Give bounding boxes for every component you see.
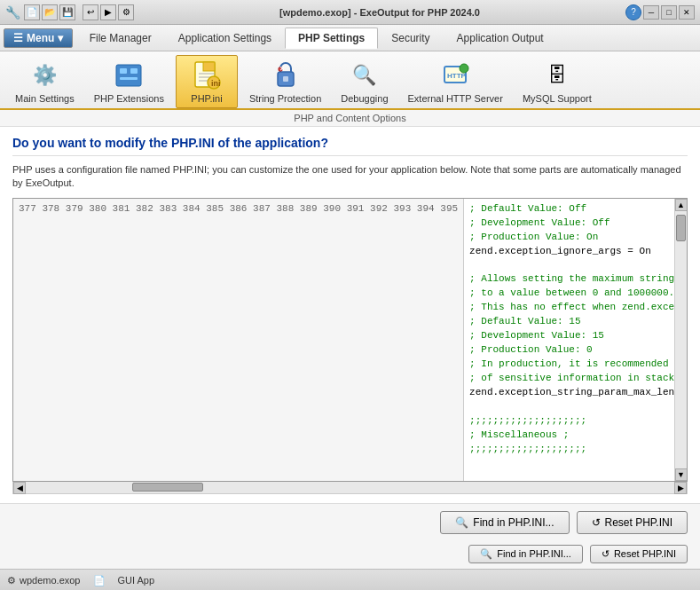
bottom-buttons-secondary: 🔍 Find in PHP.INI... ↺ Reset PHP.INI — [0, 541, 700, 569]
main-settings-label: Main Settings — [15, 93, 75, 104]
tab-php-settings[interactable]: PHP Settings — [285, 28, 378, 49]
ribbon-php-ini[interactable]: ini PHP.ini — [176, 55, 238, 108]
php-extensions-label: PHP Extensions — [94, 93, 164, 104]
scroll-thumb[interactable] — [676, 215, 686, 241]
tab-application-output[interactable]: Application Output — [444, 28, 557, 49]
menu-icon: ☰ — [13, 32, 23, 44]
scroll-track[interactable] — [675, 211, 687, 468]
bottom-buttons: 🔍 Find in PHP.INI... ↺ Reset PHP.INI — [0, 503, 700, 541]
external-http-label: External HTTP Server — [408, 93, 503, 104]
main-settings-icon: ⚙️ — [28, 59, 60, 91]
title-bar: 🔧 📄 📂 💾 ↩ ▶ ⚙ [wpdemo.exop] - ExeOutput … — [0, 0, 700, 25]
toolbar-icon-save[interactable]: 💾 — [59, 4, 75, 20]
svg-rect-5 — [203, 62, 215, 71]
vertical-scrollbar[interactable]: ▲ ▼ — [674, 199, 687, 481]
ribbon-string-protection[interactable]: ✕ String Protection — [241, 55, 329, 108]
tab-security[interactable]: Security — [378, 28, 443, 49]
toolbar-icon-new[interactable]: 📄 — [24, 4, 40, 20]
page-heading: Do you want to modify the PHP.INI of the… — [12, 136, 688, 156]
mysql-support-icon: 🗄 — [541, 59, 573, 91]
ribbon: ⚙️ Main Settings PHP Extensions ini — [0, 51, 700, 110]
mysql-support-label: MySQL Support — [523, 93, 592, 104]
php-extensions-icon — [113, 59, 145, 91]
debugging-label: Debugging — [341, 93, 388, 104]
minimize-button[interactable]: ─ — [643, 5, 659, 20]
svg-rect-3 — [120, 77, 138, 80]
svg-point-17 — [460, 64, 468, 73]
hscroll-right-arrow[interactable]: ▶ — [674, 482, 687, 494]
ribbon-php-extensions[interactable]: PHP Extensions — [86, 55, 172, 108]
window-controls: ? ─ □ ✕ — [625, 4, 695, 20]
reset-phpini-button[interactable]: ↺ Reset PHP.INI — [577, 511, 688, 534]
reset-phpini-button2[interactable]: ↺ Reset PHP.INI — [590, 545, 688, 563]
string-protection-label: String Protection — [249, 93, 321, 104]
close-button[interactable]: ✕ — [679, 5, 695, 20]
status-bar: ⚙ wpdemo.exop 📄 GUI App — [0, 569, 700, 590]
hscroll-thumb[interactable] — [132, 483, 203, 492]
reset-icon: ↺ — [592, 516, 601, 529]
title-text-icons: 📄 📂 💾 ↩ ▶ ⚙ — [24, 4, 134, 20]
find-in-phpini-button[interactable]: 🔍 Find in PHP.INI... — [440, 511, 569, 534]
hscroll-track[interactable] — [26, 482, 674, 493]
reset-icon2: ↺ — [602, 548, 610, 560]
ribbon-external-http[interactable]: HTTP External HTTP Server — [400, 55, 511, 108]
svg-text:ini: ini — [211, 79, 221, 88]
scroll-up-arrow[interactable]: ▲ — [675, 199, 688, 211]
ribbon-debugging[interactable]: 🔍 Debugging — [333, 55, 396, 108]
php-ini-editor[interactable]: 377 378 379 380 381 382 383 384 385 386 … — [12, 198, 688, 482]
status-app-type: GUI App — [118, 575, 155, 586]
scroll-down-arrow[interactable]: ▼ — [675, 468, 688, 481]
file-icon: 📄 — [93, 575, 106, 586]
ribbon-main-settings[interactable]: ⚙️ Main Settings — [7, 55, 83, 108]
toolbar-icon-open[interactable]: 📂 — [42, 4, 58, 20]
search-icon: 🔍 — [455, 516, 468, 529]
code-content[interactable]: ; Default Value: Off ; Development Value… — [464, 199, 674, 481]
toolbar-icon-undo[interactable]: ↩ — [83, 4, 98, 20]
app-icon: 🔧 — [5, 5, 20, 20]
window-title: [wpdemo.exop] - ExeOutput for PHP 2024.0 — [279, 7, 480, 18]
page-description: PHP uses a configuration file named PHP.… — [12, 163, 688, 191]
ribbon-mysql-support[interactable]: 🗄 MySQL Support — [515, 55, 600, 108]
help-button[interactable]: ? — [625, 4, 641, 20]
app-name-icon: ⚙ — [7, 575, 16, 586]
horizontal-scrollbar[interactable]: ◀ ▶ — [12, 482, 688, 494]
tab-file-manager[interactable]: File Manager — [76, 28, 165, 49]
ribbon-subtitle: PHP and Content Options — [0, 110, 700, 127]
menu-button[interactable]: ☰ Menu ▾ — [4, 28, 73, 48]
debugging-icon: 🔍 — [349, 59, 381, 91]
hscroll-left-arrow[interactable]: ◀ — [13, 482, 26, 494]
php-ini-label: PHP.ini — [191, 93, 222, 104]
toolbar-icon-build[interactable]: ⚙ — [118, 4, 134, 20]
php-ini-icon: ini — [191, 59, 223, 91]
svg-rect-12 — [283, 76, 288, 82]
status-file-icon: 📄 — [93, 575, 106, 586]
svg-text:✕: ✕ — [279, 66, 285, 72]
svg-rect-0 — [116, 65, 141, 86]
status-app-name: ⚙ wpdemo.exop — [7, 575, 81, 586]
title-bar-left: 🔧 📄 📂 💾 ↩ ▶ ⚙ — [5, 4, 134, 20]
tab-application-settings[interactable]: Application Settings — [165, 28, 285, 49]
maximize-button[interactable]: □ — [661, 5, 677, 20]
find-in-phpini-button2[interactable]: 🔍 Find in PHP.INI... — [468, 545, 583, 563]
svg-rect-1 — [120, 68, 127, 74]
external-http-icon: HTTP — [439, 59, 471, 91]
line-numbers: 377 378 379 380 381 382 383 384 385 386 … — [13, 199, 464, 481]
search-icon2: 🔍 — [480, 548, 492, 560]
menu-bar: ☰ Menu ▾ File Manager Application Settin… — [0, 25, 700, 51]
string-protection-icon: ✕ — [270, 59, 302, 91]
content-area: Do you want to modify the PHP.INI of the… — [0, 127, 700, 503]
toolbar-icon-run[interactable]: ▶ — [100, 4, 116, 20]
svg-rect-2 — [130, 68, 138, 74]
